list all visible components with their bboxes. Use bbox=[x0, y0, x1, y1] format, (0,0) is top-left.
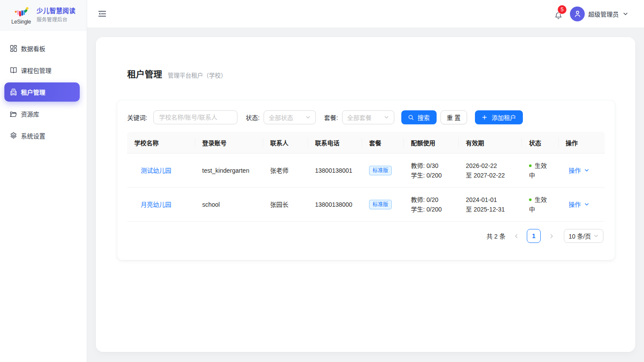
tenant-panel: 关键词: 状态: 全部状态 套餐: 全部套餐 bbox=[117, 100, 615, 260]
status-label: 状态: bbox=[246, 113, 260, 122]
page-head: 租户管理 管理平台租户（学校） bbox=[117, 37, 614, 81]
plan-tag: 标准版 bbox=[369, 200, 392, 209]
table-cell: 生效中 bbox=[522, 188, 559, 222]
sidebar-item-4[interactable]: 资源库 bbox=[0, 103, 87, 125]
column-header: 联系电话 bbox=[308, 132, 362, 154]
sidebar-item-label: 资源库 bbox=[21, 109, 39, 118]
status-cell: 生效中 bbox=[529, 161, 552, 180]
gear-icon bbox=[10, 132, 17, 140]
reset-button[interactable]: 重 置 bbox=[441, 110, 467, 124]
table-cell: 2026-02-22至 2027-02-22 bbox=[459, 154, 522, 188]
table-cell: 操作 bbox=[559, 188, 605, 222]
row-action-label: 操作 bbox=[569, 166, 581, 175]
table-cell: 生效中 bbox=[522, 154, 559, 188]
notification-bell-icon[interactable]: 5 bbox=[552, 8, 564, 20]
action-chevron-down-icon bbox=[584, 201, 590, 207]
pagination-next-icon[interactable] bbox=[544, 229, 558, 243]
brand-subtitle: 服务管理后台 bbox=[37, 17, 75, 23]
pagination: 共 2 条 1 10 条/页 bbox=[127, 229, 605, 243]
sidebar-menu: 数据看板课程包管理租户管理资源库系统设置 bbox=[0, 31, 87, 147]
sidebar-item-2[interactable]: 课程包管理 bbox=[0, 59, 87, 81]
page-subtitle: 管理平台租户（学校） bbox=[168, 71, 227, 79]
action-chevron-down-icon bbox=[584, 167, 590, 173]
table-cell: school bbox=[195, 188, 263, 222]
table-cell: 教师: 0/20学生: 0/200 bbox=[404, 188, 459, 222]
column-header: 操作 bbox=[559, 132, 605, 154]
table-cell: 2024-01-01至 2025-12-31 bbox=[459, 188, 522, 222]
keyword-label: 关键词: bbox=[127, 113, 147, 122]
table-row: 测试幼儿园test_kindergarten张老师13800138001标准版教… bbox=[127, 154, 605, 188]
notification-badge: 5 bbox=[558, 5, 566, 14]
contact-cell: 张园长 bbox=[270, 201, 288, 208]
column-header: 配额使用 bbox=[404, 132, 459, 154]
validity-start-line: 2024-01-01 bbox=[466, 195, 515, 205]
row-action-dropdown[interactable]: 操作 bbox=[569, 166, 590, 175]
validity-cell: 2026-02-22至 2027-02-22 bbox=[466, 161, 515, 180]
user-menu-chevron-down-icon[interactable] bbox=[622, 10, 629, 17]
quota-student-line: 学生: 0/200 bbox=[411, 171, 452, 180]
validity-end-line: 至 2025-12-31 bbox=[466, 205, 515, 214]
lesingle-logo-icon bbox=[14, 7, 29, 18]
quota-teacher-line: 教师: 0/30 bbox=[411, 161, 452, 171]
status-cell: 生效中 bbox=[529, 195, 552, 214]
book-icon bbox=[10, 66, 17, 74]
page-size-value: 10 条/页 bbox=[569, 232, 593, 240]
add-tenant-button[interactable]: 添加租户 bbox=[475, 110, 523, 124]
table-cell: test_kindergarten bbox=[195, 154, 263, 188]
plan-label: 套餐: bbox=[324, 113, 338, 122]
column-header: 有效期 bbox=[459, 132, 522, 154]
pagination-page-1[interactable]: 1 bbox=[527, 229, 541, 243]
topbar-right: 5 超级管理员 bbox=[552, 7, 629, 21]
brand-title: 少儿智慧阅读 bbox=[37, 7, 75, 15]
contact-cell: 张老师 bbox=[270, 167, 288, 174]
page-card: 租户管理 管理平台租户（学校） 关键词: 状态: 全部状态 bbox=[96, 37, 635, 352]
column-header: 登录账号 bbox=[195, 132, 263, 154]
table-cell: 张园长 bbox=[263, 188, 308, 222]
plan-tag: 标准版 bbox=[369, 166, 392, 175]
status-dot-icon bbox=[529, 164, 532, 167]
search-button[interactable]: 搜索 bbox=[401, 110, 437, 124]
sidebar-collapse-icon[interactable] bbox=[96, 8, 108, 20]
validity-start-line: 2026-02-22 bbox=[466, 161, 515, 171]
plan-select-chevron-down-icon bbox=[384, 115, 389, 120]
school-name-link[interactable]: 月亮幼儿园 bbox=[141, 201, 171, 208]
plan-select[interactable]: 全部套餐 bbox=[342, 110, 394, 124]
building-icon bbox=[10, 88, 17, 96]
table-cell: 张老师 bbox=[263, 154, 308, 188]
content: 租户管理 管理平台租户（学校） 关键词: 状态: 全部状态 bbox=[87, 28, 644, 362]
filter-row: 关键词: 状态: 全部状态 套餐: 全部套餐 bbox=[127, 110, 605, 124]
topbar: 5 超级管理员 bbox=[87, 0, 644, 28]
status-select-chevron-down-icon bbox=[305, 115, 311, 120]
quota-cell: 教师: 0/30学生: 0/200 bbox=[411, 161, 452, 180]
column-header: 状态 bbox=[522, 132, 559, 154]
reset-button-label: 重 置 bbox=[447, 113, 461, 122]
page-size-chevron-down-icon bbox=[593, 233, 599, 239]
add-tenant-button-label: 添加租户 bbox=[491, 113, 516, 122]
table-body: 测试幼儿园test_kindergarten张老师13800138001标准版教… bbox=[127, 154, 605, 222]
school-name-link[interactable]: 测试幼儿园 bbox=[141, 167, 171, 174]
sidebar-item-3[interactable]: 租户管理 bbox=[4, 82, 80, 102]
validity-end-line: 至 2027-02-22 bbox=[466, 171, 515, 180]
keyword-input[interactable] bbox=[153, 110, 237, 124]
user-avatar[interactable] bbox=[570, 7, 585, 21]
quota-teacher-line: 教师: 0/20 bbox=[411, 195, 452, 205]
page-size-select[interactable]: 10 条/页 bbox=[564, 229, 603, 243]
table-cell: 标准版 bbox=[362, 188, 404, 222]
main-area: 5 超级管理员 租户管理 bbox=[87, 0, 644, 362]
table-cell: 13800138001 bbox=[308, 154, 362, 188]
status-select[interactable]: 全部状态 bbox=[264, 110, 316, 124]
sidebar-item-1[interactable]: 数据看板 bbox=[0, 38, 87, 59]
brand-logo-text: LeSingle bbox=[11, 19, 31, 25]
sidebar-item-5[interactable]: 系统设置 bbox=[0, 125, 87, 147]
table-header-row: 学校名称登录账号联系人联系电话套餐配额使用有效期状态操作 bbox=[127, 132, 605, 154]
pagination-prev-icon[interactable] bbox=[509, 229, 523, 243]
quota-cell: 教师: 0/20学生: 0/200 bbox=[411, 195, 452, 214]
status-select-value: 全部状态 bbox=[269, 113, 305, 122]
user-icon bbox=[573, 10, 582, 18]
sidebar-item-label: 系统设置 bbox=[21, 131, 45, 140]
phone-cell: 13800138000 bbox=[315, 201, 353, 208]
plus-icon bbox=[481, 114, 488, 120]
row-action-dropdown[interactable]: 操作 bbox=[569, 200, 590, 209]
account-cell: test_kindergarten bbox=[202, 167, 249, 174]
brand-block: LeSingle 少儿智慧阅读 服务管理后台 bbox=[0, 0, 87, 31]
